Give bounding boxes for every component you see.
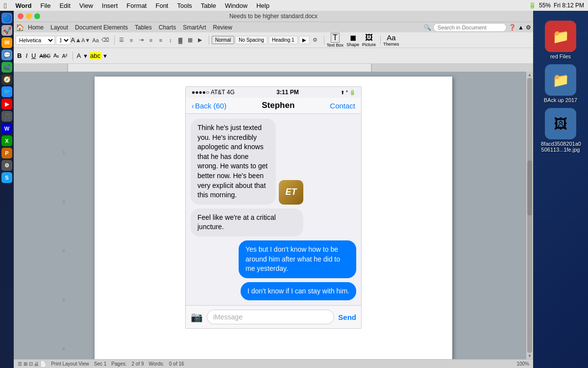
- word-tab-review[interactable]: Review: [210, 24, 235, 31]
- menu-table[interactable]: Table: [197, 2, 220, 9]
- bubble-blue-2: I don't know if I can stay with him.: [241, 282, 356, 301]
- style-more[interactable]: ▶: [299, 36, 310, 44]
- dock-icon-app2[interactable]: S: [1, 172, 12, 183]
- word-tab-tables[interactable]: Tables: [132, 24, 155, 31]
- superscript-button[interactable]: A²: [61, 53, 68, 59]
- dock-icon-settings[interactable]: ⚙: [1, 160, 12, 171]
- align-center-icon[interactable]: ≡: [156, 36, 165, 45]
- camera-icon[interactable]: 📷: [191, 311, 203, 323]
- desktop-icons-area: 📁 red Files 📁 BAck up 2017 🖼 8facd350820…: [533, 11, 588, 368]
- maximize-button[interactable]: [34, 13, 40, 19]
- ios-carrier: ●●●●○ AT&T 4G: [192, 89, 235, 96]
- font-color-button[interactable]: A: [75, 52, 82, 59]
- separator-2: [209, 36, 209, 45]
- chevron-left-icon: ‹: [192, 102, 194, 110]
- menu-edit[interactable]: Edit: [55, 2, 74, 9]
- minimize-button[interactable]: [26, 13, 32, 19]
- italic-button[interactable]: I: [24, 52, 29, 59]
- scrollbar-track[interactable]: [527, 78, 532, 353]
- indent-icon[interactable]: ⇥: [137, 36, 146, 45]
- textbox-label: Text Box: [327, 43, 344, 48]
- font-aa-icon[interactable]: Aa: [91, 36, 100, 45]
- desktop-icon-backup[interactable]: 📁 BAck up 2017: [544, 64, 578, 103]
- dock-icon-word[interactable]: W: [1, 123, 12, 134]
- styles-expand-icon[interactable]: ⚙: [311, 36, 319, 45]
- dock-icon-messages[interactable]: 💬: [1, 50, 12, 60]
- ios-contact-link[interactable]: Contact: [330, 102, 355, 110]
- word-tab-layout[interactable]: Layout: [48, 24, 71, 31]
- dock-icon-youtube[interactable]: ▶: [1, 99, 12, 109]
- strikethrough-button[interactable]: ABC: [38, 53, 51, 59]
- menu-format[interactable]: Format: [122, 2, 150, 9]
- themes-btn[interactable]: Aa Themes: [383, 33, 399, 47]
- textbox-btn[interactable]: T Text Box: [327, 33, 344, 48]
- menu-font[interactable]: Font: [151, 2, 172, 9]
- apple-logo-icon[interactable]: : [4, 1, 6, 10]
- style-normal[interactable]: Normal: [212, 36, 234, 44]
- desktop-icon-red-files[interactable]: 📁 red Files: [545, 21, 576, 59]
- search-magnifier-icon: 🔍: [424, 24, 431, 31]
- word-tab-docelements[interactable]: Document Elements: [72, 24, 131, 31]
- dock-icon-finder[interactable]: 🔵: [1, 13, 12, 24]
- shape-btn[interactable]: ◼ Shape: [346, 33, 359, 47]
- menu-word[interactable]: Word: [11, 2, 35, 9]
- scrollbar-thumb[interactable]: [527, 160, 532, 215]
- dock-icon-safari[interactable]: 🧭: [1, 74, 12, 85]
- close-button[interactable]: [18, 13, 24, 19]
- bullets-icon[interactable]: ☰: [117, 36, 126, 45]
- gear-icon[interactable]: ⚙: [526, 24, 531, 31]
- vertical-scrollbar[interactable]: ▲ ▼: [526, 72, 533, 359]
- ios-back-button[interactable]: ‹ Back (60): [192, 102, 226, 110]
- font-clear-icon[interactable]: ⌫: [101, 36, 110, 45]
- word-tab-home[interactable]: Home: [25, 24, 47, 31]
- word-tab-smartart[interactable]: SmartArt: [180, 24, 209, 31]
- font-size-decrease-icon[interactable]: A▼: [81, 36, 90, 45]
- font-size-selector[interactable]: 16: [56, 36, 71, 45]
- scroll-down-icon[interactable]: ▼: [528, 354, 532, 358]
- highlight-button[interactable]: abc: [89, 52, 101, 59]
- status-zoom[interactable]: 100%: [516, 361, 529, 367]
- shading-icon[interactable]: ▓: [176, 36, 185, 45]
- imessage-text-input[interactable]: iMessage: [207, 310, 334, 324]
- dock-icon-itunes[interactable]: 🎵: [1, 111, 12, 122]
- menu-file[interactable]: File: [36, 2, 54, 9]
- document-search-input[interactable]: [433, 23, 507, 32]
- underline-button[interactable]: U: [30, 52, 37, 59]
- dock-icon-facetime[interactable]: 📹: [1, 62, 12, 73]
- subscript-button[interactable]: A₂: [52, 53, 60, 59]
- dock-icon-mail[interactable]: ✉: [1, 37, 12, 48]
- para-expand-icon[interactable]: ▶: [196, 36, 204, 45]
- numbered-list-icon[interactable]: ≡: [127, 36, 136, 45]
- font-highlight-button[interactable]: ▼: [83, 53, 88, 59]
- dock-icon-twitter[interactable]: 🐦: [1, 86, 12, 97]
- highlight-expand-button[interactable]: ▼: [102, 53, 108, 59]
- bold-button[interactable]: B: [16, 52, 23, 59]
- status-section: Sec 1: [94, 361, 107, 367]
- ios-back-label: Back (60): [195, 102, 226, 110]
- dock-icon-pp[interactable]: P: [1, 148, 12, 158]
- desktop-icon-jpg[interactable]: 🖼 8facd3508201a0 506113...1fe.jpg: [541, 108, 580, 153]
- style-nospace[interactable]: No Spacing: [235, 36, 268, 44]
- picture-btn[interactable]: 🖼 Picture: [362, 33, 376, 47]
- dock-icon-launchpad[interactable]: 🚀: [1, 25, 12, 36]
- msg-text-4: I don't know if I can stay with him.: [247, 287, 349, 295]
- align-left-icon[interactable]: ≡: [147, 36, 155, 45]
- word-tab-charts[interactable]: Charts: [156, 24, 179, 31]
- menu-view[interactable]: View: [75, 2, 97, 9]
- bubble-gray-2: Feel like we're at a critical juncture.: [191, 209, 303, 237]
- send-button[interactable]: Send: [338, 313, 356, 321]
- iphone-screenshot: ●●●●○ AT&T 4G 3:11 PM ⬆ * 🔋: [185, 86, 362, 329]
- borders-icon[interactable]: ▦: [186, 36, 195, 45]
- line-spacing-icon[interactable]: ↕: [166, 36, 175, 45]
- style-heading1[interactable]: Heading 1: [269, 36, 298, 44]
- menu-window[interactable]: Window: [221, 2, 251, 9]
- chevron-up-icon[interactable]: ▲: [518, 24, 524, 31]
- help-icon[interactable]: ❓: [509, 24, 516, 31]
- menu-help[interactable]: Help: [252, 2, 273, 9]
- font-selector[interactable]: Helvetica: [16, 36, 55, 45]
- menu-insert[interactable]: Insert: [98, 2, 122, 9]
- menu-tools[interactable]: Tools: [173, 2, 196, 9]
- dock-icon-excel[interactable]: X: [1, 135, 12, 146]
- font-size-increase-icon[interactable]: A▲: [72, 36, 80, 45]
- scroll-up-icon[interactable]: ▲: [528, 73, 532, 77]
